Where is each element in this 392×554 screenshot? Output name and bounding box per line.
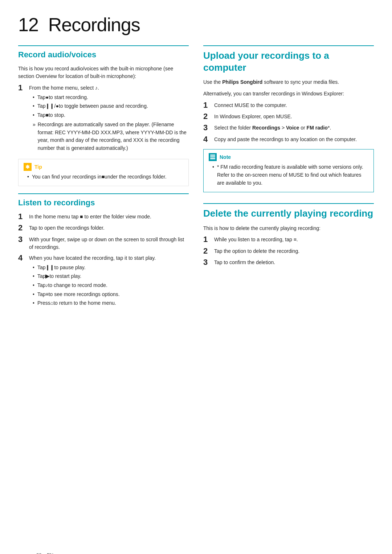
left-column: Record audio/voices This is how you reco… bbox=[18, 45, 189, 313]
bullet-home: Press ⌂ to return to the home menu. bbox=[33, 299, 189, 307]
upload-intro2: Alternatively, you can transfer recordin… bbox=[203, 90, 374, 98]
listen-step-4: 4 When you have located the recording, t… bbox=[18, 254, 189, 309]
chapter-title: 12 Recordings bbox=[18, 15, 374, 35]
section-upload: Upload your recordings to a computer Use… bbox=[203, 45, 374, 192]
upload-step-1: 1 Connect MUSE to the computer. bbox=[203, 102, 374, 110]
tip-label: Tip bbox=[34, 164, 42, 170]
listen-steps: 1 In the home menu tap ■ to enter the fo… bbox=[18, 213, 189, 309]
upload-step-3: 3 Select the folder Recordings > Voice o… bbox=[203, 124, 374, 132]
listen-step-1: 1 In the home menu tap ■ to enter the fo… bbox=[18, 213, 189, 221]
delete-step-1: 1 While you listen to a recording, tap ≡… bbox=[203, 236, 374, 244]
bullet-tap-stop: Tap ■ to stop. bbox=[33, 111, 189, 119]
delete-step-3: 3 Tap to confirm the deletion. bbox=[203, 259, 374, 267]
upload-heading: Upload your recordings to a computer bbox=[203, 45, 374, 73]
note-icon bbox=[209, 153, 217, 161]
section-listen: Listen to recordings 1 In the home menu … bbox=[18, 193, 189, 309]
page-number: 30 bbox=[36, 552, 41, 554]
delete-steps: 1 While you listen to a recording, tap ≡… bbox=[203, 236, 374, 267]
note-box: Note * FM radio recording feature is ava… bbox=[203, 149, 374, 192]
bullet-more-options: Tap ≡ to see more recordings options. bbox=[33, 291, 189, 299]
tip-bullet-1: You can find your recordings in ■ under … bbox=[27, 173, 183, 181]
record-heading: Record audio/voices bbox=[18, 45, 189, 60]
listen-step-2: 2 Tap to open the recordings folder. bbox=[18, 224, 189, 233]
section-record: Record audio/voices This is how you reco… bbox=[18, 45, 189, 186]
record-arrow-note: » Recordings are automatically saved on … bbox=[33, 121, 189, 152]
delete-heading: Delete the currently playing recording bbox=[203, 203, 374, 219]
bullet-record-mode: Tap ♪ to change to record mode. bbox=[33, 282, 189, 290]
svg-rect-0 bbox=[210, 155, 215, 156]
svg-rect-2 bbox=[210, 158, 215, 159]
upload-steps: 1 Connect MUSE to the computer. 2 In Win… bbox=[203, 102, 374, 144]
bullet-restart: Tap ▶ to restart play. bbox=[33, 272, 189, 280]
note-header: Note bbox=[209, 153, 368, 161]
bullet-tap-start: Tap ● to start recording. bbox=[33, 94, 189, 102]
upload-intro1: Use the Philips Songbird software to syn… bbox=[203, 78, 374, 86]
listen-step-4-bullets: Tap ❙❙ to pause play. Tap ▶ to restart p… bbox=[33, 264, 189, 307]
upload-step-4: 4 Copy and paste the recordings to any l… bbox=[203, 136, 374, 144]
record-steps: 1 From the home menu, select ♪. Tap ● to… bbox=[18, 84, 189, 154]
section-delete: Delete the currently playing recording T… bbox=[203, 203, 374, 267]
tip-bullets: You can find your recordings in ■ under … bbox=[27, 173, 183, 181]
tip-box: ✱ Tip You can find your recordings in ■ … bbox=[18, 159, 189, 186]
note-bullets: * FM radio recording feature is availabl… bbox=[212, 163, 368, 187]
tip-icon: ✱ bbox=[24, 163, 32, 171]
note-label: Note bbox=[220, 154, 231, 160]
note-bullet-1: * FM radio recording feature is availabl… bbox=[212, 163, 368, 187]
upload-step-2: 2 In Windows Explorer, open MUSE. bbox=[203, 113, 374, 121]
bullet-tap-toggle: Tap ❙❙ / ● to toggle between pause and r… bbox=[33, 102, 189, 110]
bullet-pause: Tap ❙❙ to pause play. bbox=[33, 264, 189, 272]
page-footer: 30 EN bbox=[36, 552, 53, 554]
page-lang: EN bbox=[47, 552, 53, 554]
tip-header: ✱ Tip bbox=[24, 163, 183, 171]
record-intro: This is how you record audio/voices with… bbox=[18, 65, 189, 81]
right-column: Upload your recordings to a computer Use… bbox=[203, 45, 374, 313]
delete-step-2: 2 Tap the option to delete the recording… bbox=[203, 247, 374, 256]
record-step-1-bullets: Tap ● to start recording. Tap ❙❙ / ● to … bbox=[33, 94, 189, 119]
record-step-1: 1 From the home menu, select ♪. Tap ● to… bbox=[18, 84, 189, 154]
listen-step-3: 3 With your finger, swipe up or down on … bbox=[18, 236, 189, 251]
listen-heading: Listen to recordings bbox=[18, 193, 189, 208]
svg-rect-1 bbox=[210, 156, 215, 157]
delete-intro: This is how to delete the currently play… bbox=[203, 225, 374, 233]
